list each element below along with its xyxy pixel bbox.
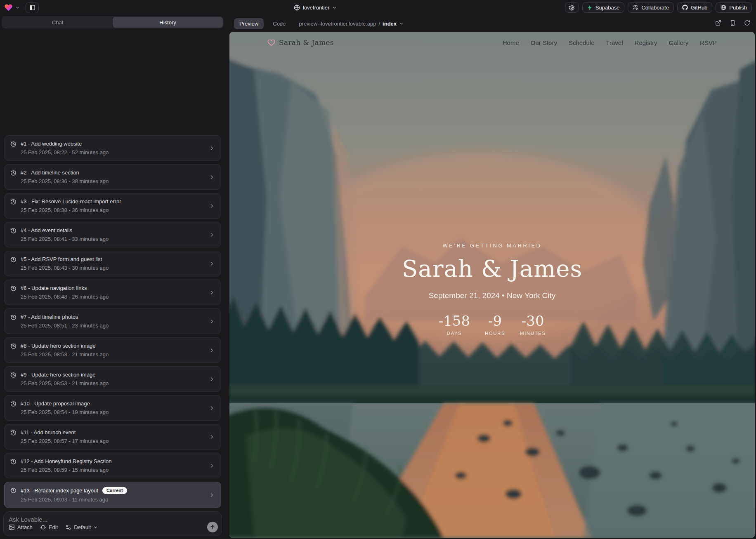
history-item[interactable]: #12 - Add Honeyfund Registry Section25 F… [4,453,221,478]
history-item-time: 25 Feb 2025, 08:38 - 36 minutes ago [21,207,205,213]
nav-link-schedule[interactable]: Schedule [569,39,595,46]
hero-tagline: WE'RE GETTING MARRIED [229,242,755,249]
history-icon [10,459,17,465]
supabase-button[interactable]: Supabase [582,2,625,13]
globe-icon [294,5,300,11]
tab-code[interactable]: Code [270,20,288,27]
history-item[interactable]: #7 - Add timeline photos25 Feb 2025, 08:… [4,308,221,334]
history-item-time: 25 Feb 2025, 08:43 - 30 minutes ago [21,265,205,271]
countdown-hours-value: -9 [485,313,505,329]
history-icon [10,285,17,292]
globe-icon [721,5,726,10]
image-icon [9,524,15,530]
tab-history[interactable]: History [113,17,223,28]
smartphone-icon [730,20,736,26]
chevron-down-icon[interactable] [15,5,20,10]
lovable-logo-icon[interactable] [4,3,13,12]
history-item-time: 25 Feb 2025, 08:51 - 23 minutes ago [21,322,205,329]
publish-button[interactable]: Publish [716,2,752,13]
github-button[interactable]: GitHub [677,2,712,13]
collaborate-label: Collaborate [641,5,669,11]
arrow-up-icon [210,524,215,530]
history-icon [10,314,17,320]
refresh-button[interactable] [744,20,750,27]
nav-link-rsvp[interactable]: RSVP [700,39,717,46]
history-item-current[interactable]: #13 - Refactor index page layout Current… [4,482,221,508]
history-item[interactable]: #9 - Update hero section image25 Feb 202… [4,366,221,392]
countdown-hours: -9 HOURS [485,313,505,336]
nav-link-registry[interactable]: Registry [635,39,657,46]
edit-label: Edit [49,524,58,530]
history-item-time: 25 Feb 2025, 09:03 - 11 minutes ago [21,497,205,503]
chevron-right-icon [209,347,215,353]
supabase-icon [587,5,593,10]
history-item[interactable]: #6 - Update navigation links25 Feb 2025,… [4,280,221,305]
preview-toolbar-icons [715,20,750,27]
project-selector[interactable]: lovefrontier [294,0,337,15]
history-item[interactable]: #11 - Add brunch event25 Feb 2025, 08:57… [4,424,221,450]
history-item-title: #9 - Update hero section image [21,372,95,378]
history-item[interactable]: #8 - Update hero section image25 Feb 202… [4,337,221,363]
chevron-right-icon [209,463,215,469]
attach-button[interactable]: Attach [9,524,33,530]
history-icon [10,257,17,263]
mobile-preview-button[interactable] [730,20,736,27]
history-item-time: 25 Feb 2025, 08:53 - 21 minutes ago [21,380,205,386]
publish-label: Publish [729,5,747,11]
chevron-right-icon [209,145,215,151]
history-item[interactable]: #2 - Add timeline section25 Feb 2025, 08… [4,164,221,190]
open-in-new-tab-button[interactable] [715,20,721,27]
history-item-title: #8 - Update hero section image [21,343,95,349]
chevron-right-icon [209,318,215,325]
prompt-input-box[interactable]: Ask Lovable... Attach Edit Default [3,511,222,536]
history-icon [10,199,17,205]
chevron-right-icon [209,492,215,498]
site-header: Sarah & James Home Our Story Schedule Tr… [229,32,755,53]
history-item-title: #11 - Add brunch event [21,429,76,435]
supabase-label: Supabase [595,5,620,11]
url-separator: / [378,21,380,27]
chevron-down-icon [332,5,337,10]
preview-viewport[interactable]: Sarah & James Home Our Story Schedule Tr… [229,32,755,538]
site-logo[interactable]: Sarah & James [267,38,334,47]
nav-link-travel[interactable]: Travel [606,39,623,46]
history-icon [10,372,17,378]
top-bar: lovefrontier Supabase Collaborate GitHub… [0,0,756,15]
history-icon [10,228,17,234]
current-version-badge: Current [102,487,127,494]
history-item[interactable]: #1 - Add wedding website25 Feb 2025, 08:… [4,135,221,161]
edit-button[interactable]: Edit [40,524,58,530]
preview-url[interactable]: preview--lovefrontier.lovable.app / inde… [299,21,404,27]
preview-domain: preview--lovefrontier.lovable.app [299,21,376,27]
history-item-title: #5 - Add RSVP form and guest list [21,256,102,262]
history-item-time: 25 Feb 2025, 08:36 - 38 minutes ago [21,178,205,184]
history-item[interactable]: #4 - Add event details25 Feb 2025, 08:41… [4,222,221,247]
countdown-minutes: -30 MINUTES [520,313,546,336]
chevron-right-icon [209,376,215,382]
history-item-title: #1 - Add wedding website [21,141,82,147]
hero-section: WE'RE GETTING MARRIED Sarah & James Sept… [229,242,755,336]
chevron-right-icon [209,261,215,267]
collaborate-button[interactable]: Collaborate [628,2,674,13]
tab-chat[interactable]: Chat [2,17,113,28]
history-item[interactable]: #10 - Update proposal image25 Feb 2025, … [4,395,221,421]
refresh-icon [744,20,750,26]
mode-select-button[interactable]: Default [65,524,98,530]
countdown-days: -158 DAYS [439,313,470,336]
attach-label: Attach [17,524,33,530]
mode-label: Default [74,524,91,530]
nav-link-home[interactable]: Home [503,39,519,46]
prompt-actions: Attach Edit Default [9,522,218,532]
countdown-minutes-value: -30 [520,313,546,329]
send-button[interactable] [207,522,218,532]
settings-button[interactable] [565,2,579,13]
nav-link-our-story[interactable]: Our Story [531,39,557,46]
history-item-title: #7 - Add timeline photos [21,314,78,320]
history-item[interactable]: #3 - Fix: Resolve Lucide-react import er… [4,193,221,219]
preview-toolbar: Preview Code preview--lovefrontier.lovab… [228,15,756,32]
sidebar-toggle-button[interactable] [26,2,39,13]
tab-preview[interactable]: Preview [234,18,264,29]
nav-link-gallery[interactable]: Gallery [669,39,689,46]
history-item[interactable]: #5 - Add RSVP form and guest list25 Feb … [4,251,221,276]
history-item-title: #3 - Fix: Resolve Lucide-react import er… [21,198,121,205]
